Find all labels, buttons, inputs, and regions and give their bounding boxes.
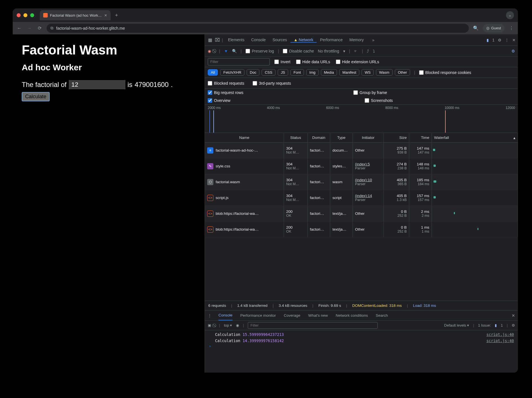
drawer-tab-search[interactable]: Search xyxy=(376,313,388,318)
browser-tab[interactable]: Factorial Wasm (ad hoc Work… ✕ xyxy=(40,10,111,20)
drawer-kebab-icon[interactable]: ⋮ xyxy=(208,313,212,318)
type-pill-wasm[interactable]: Wasm xyxy=(376,69,392,76)
table-row[interactable]: <>blob:https://factorial-wa…200OKfactori… xyxy=(205,206,518,222)
type-pill-all[interactable]: All xyxy=(208,69,218,76)
filter-check-invert[interactable]: Invert xyxy=(274,60,290,64)
reload-button[interactable]: ⟳ xyxy=(36,25,43,31)
kebab-menu-button[interactable]: ⋮ xyxy=(508,25,515,31)
col-status[interactable]: Status xyxy=(284,133,308,142)
col-initiator[interactable]: Initiator xyxy=(353,133,384,142)
type-pill-ws[interactable]: WS xyxy=(362,69,374,76)
filter-icon[interactable]: ▼ xyxy=(224,49,228,53)
console-prompt[interactable]: › xyxy=(205,344,518,348)
screenshots-check[interactable]: Screenshots xyxy=(365,98,449,103)
zoom-icon[interactable]: 🔍 xyxy=(473,25,479,31)
overview-check[interactable]: Overview xyxy=(208,98,292,103)
network-filter-input[interactable] xyxy=(208,58,270,65)
group-frame-check[interactable]: Group by frame xyxy=(353,90,438,95)
big-rows-check[interactable]: Big request rows xyxy=(208,90,292,95)
type-pill-other[interactable]: Other xyxy=(395,69,410,76)
devtools-close-icon[interactable]: ✕ xyxy=(512,38,516,42)
network-settings-icon[interactable]: ⚙ xyxy=(511,49,515,53)
drawer-tab-performance-monitor[interactable]: Performance monitor xyxy=(240,313,276,318)
download-har-icon[interactable]: ⤵ xyxy=(373,49,375,53)
more-tabs-button[interactable]: » xyxy=(369,34,378,45)
thirdparty-requests-check[interactable]: 3rd-party requests xyxy=(253,81,291,86)
filter-check-hide-extension-urls[interactable]: Hide extension URLs xyxy=(336,60,379,64)
console-issue-icon[interactable]: ▮ xyxy=(495,323,497,327)
type-pill-fetch-xhr[interactable]: Fetch/XHR xyxy=(220,69,244,76)
type-pill-manifest[interactable]: Manifest xyxy=(339,69,359,76)
console-source-link[interactable]: script.js:40 xyxy=(486,338,514,343)
throttle-select[interactable]: No throttling xyxy=(318,49,339,53)
network-type-pills: AllFetch/XHRDocCSSJSFontImgMediaManifest… xyxy=(205,67,518,78)
calculate-button[interactable]: Calculate xyxy=(22,92,50,101)
console-eye-icon[interactable]: ◉ xyxy=(236,323,239,327)
search-icon[interactable]: 🔍 xyxy=(232,49,237,53)
console-settings-icon[interactable]: ⚙ xyxy=(512,323,515,327)
col-time[interactable]: Time xyxy=(409,133,432,142)
blocked-cookies-check[interactable]: Blocked response cookies xyxy=(419,70,471,75)
close-window-button[interactable] xyxy=(17,13,21,17)
devtools-tab-memory[interactable]: Memory xyxy=(346,38,367,42)
console-source-link[interactable]: script.js:40 xyxy=(486,332,514,337)
devtools-tab-sources[interactable]: Sources xyxy=(269,38,290,42)
record-button[interactable]: ◉ xyxy=(208,49,211,53)
type-pill-doc[interactable]: Doc xyxy=(247,69,259,76)
console-levels-select[interactable]: Default levels ▾ xyxy=(444,323,469,327)
type-pill-font[interactable]: Font xyxy=(290,69,304,76)
wifi-icon[interactable]: ᯤ xyxy=(354,49,358,53)
console-body[interactable]: Calculation 15.599999964237213script.js:… xyxy=(205,330,518,373)
issues-icon[interactable]: ▮ xyxy=(487,38,489,42)
close-tab-icon[interactable]: ✕ xyxy=(104,13,107,18)
settings-gear-icon[interactable]: ⚙ xyxy=(498,38,502,42)
table-header[interactable]: NameStatusDomainTypeInitiatorSizeTimeWat… xyxy=(205,133,518,143)
col-domain[interactable]: Domain xyxy=(308,133,330,142)
factorial-input[interactable] xyxy=(69,80,125,89)
new-tab-button[interactable]: + xyxy=(113,12,121,18)
forward-button[interactable]: → xyxy=(26,26,32,31)
console-sidebar-icon[interactable]: ▣ xyxy=(208,323,211,327)
site-info-icon[interactable]: ⧉ xyxy=(51,26,53,30)
blocked-requests-check[interactable]: Blocked requests xyxy=(208,81,244,86)
network-overview[interactable]: 2000 ms4000 ms6000 ms8000 ms10000 ms1200… xyxy=(205,105,518,133)
table-row[interactable]: ✎style.css304Not M…factori…styles…(index… xyxy=(205,158,518,174)
devtools-tab-network[interactable]: ▲Network xyxy=(290,38,317,43)
col-waterfall[interactable]: Waterfall▴ xyxy=(432,133,518,142)
drawer-tab-what's-new[interactable]: What's new xyxy=(308,313,328,318)
device-toolbar-icon[interactable]: ⌧ xyxy=(214,37,220,43)
maximize-window-button[interactable] xyxy=(30,13,34,17)
console-filter-input[interactable] xyxy=(248,322,378,329)
inspect-element-icon[interactable]: ▦ xyxy=(207,37,213,43)
table-row[interactable]: ⬡factorial.wasm304Not M…factori…wasm(ind… xyxy=(205,174,518,190)
drawer-close-icon[interactable]: ✕ xyxy=(512,313,515,318)
minimize-window-button[interactable] xyxy=(23,13,27,17)
back-button[interactable]: ← xyxy=(16,26,22,31)
console-context-select[interactable]: top ▾ xyxy=(224,323,232,327)
url-field[interactable]: ⧉ factorial-wasm-ad-hoc-worker.glitch.me xyxy=(47,24,469,33)
type-pill-img[interactable]: Img xyxy=(306,69,319,76)
disable-cache-check[interactable]: Disable cache xyxy=(283,49,314,53)
filter-check-hide-data-urls[interactable]: Hide data URLs xyxy=(296,60,330,64)
drawer-tab-console[interactable]: Console xyxy=(218,310,233,320)
throttle-caret-icon[interactable]: ▾ xyxy=(343,49,345,53)
preserve-log-check[interactable]: Preserve log xyxy=(246,49,274,53)
table-row[interactable]: <>blob:https://factorial-wa…200OKfactori… xyxy=(205,222,518,237)
col-size[interactable]: Size xyxy=(384,133,409,142)
col-name[interactable]: Name xyxy=(205,133,284,142)
table-row[interactable]: <>script.js304Not M…factori…script(index… xyxy=(205,190,518,206)
devtools-tab-console[interactable]: Console xyxy=(248,38,269,42)
table-row[interactable]: ≡factorial-wasm-ad-hoc-…304Not M…factori… xyxy=(205,143,518,158)
drawer-tab-coverage[interactable]: Coverage xyxy=(284,313,301,318)
type-pill-css[interactable]: CSS xyxy=(262,69,275,76)
type-pill-media[interactable]: Media xyxy=(321,69,337,76)
tab-overflow-button[interactable]: ⌄ xyxy=(506,11,514,19)
upload-har-icon[interactable]: ⤴ xyxy=(367,49,369,53)
type-pill-js[interactable]: JS xyxy=(278,69,288,76)
col-type[interactable]: Type xyxy=(330,133,353,142)
drawer-tab-network-conditions[interactable]: Network conditions xyxy=(336,313,368,318)
profile-badge[interactable]: ◎ Guest xyxy=(483,24,504,32)
devtools-kebab-icon[interactable]: ⋮ xyxy=(505,38,509,42)
devtools-tab-performance[interactable]: Performance xyxy=(317,38,346,42)
devtools-tab-elements[interactable]: Elements xyxy=(225,38,248,42)
